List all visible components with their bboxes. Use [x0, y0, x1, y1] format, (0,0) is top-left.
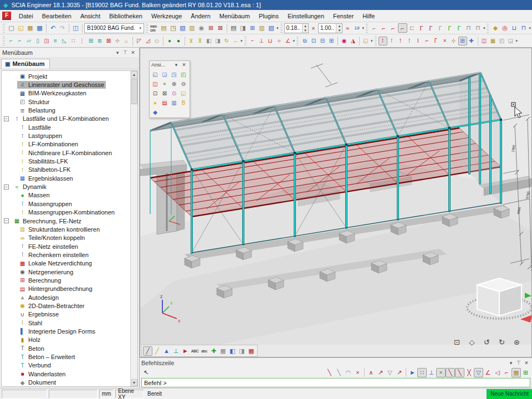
- toolbar-grip[interactable]: [296, 37, 299, 45]
- tree-item-ergebnisse[interactable]: ∪Ergebnisse: [2, 310, 130, 319]
- tree-item-stahlbeton-lfk[interactable]: ⊺Stahlbeton-LFK: [2, 166, 130, 174]
- nav-orbit-up-icon[interactable]: ↻: [497, 337, 507, 347]
- dim-abc-icon[interactable]: abc: [200, 346, 209, 356]
- label-abc-icon[interactable]: ABC: [190, 346, 200, 356]
- project-window-icon[interactable]: ◫: [71, 23, 80, 33]
- zoom-out-icon[interactable]: ⊖: [179, 79, 188, 88]
- scroll-up-icon[interactable]: ▲: [131, 71, 137, 78]
- tree-item-wanderlasten[interactable]: ■Wanderlasten: [2, 370, 130, 378]
- redo-icon[interactable]: ↷: [58, 23, 67, 33]
- spin-down-icon[interactable]: ▼: [336, 28, 342, 33]
- tree-item-nichtlineare-lf-kombinationen[interactable]: ⊺Nichtlineare LF-Kombinationen: [2, 149, 130, 157]
- cross-section-icon-1[interactable]: ⌐: [370, 23, 379, 33]
- load-view-icon[interactable]: ▥: [170, 98, 178, 107]
- cross-section-icon-6[interactable]: Γ: [417, 23, 426, 33]
- undo-icon[interactable]: ↶: [48, 23, 58, 33]
- snap-length-icon[interactable]: ⌐: [502, 368, 511, 377]
- section-check-icon[interactable]: ◰: [498, 37, 507, 45]
- scroll-down-icon[interactable]: ▼: [131, 379, 137, 386]
- chevron-down-icon[interactable]: ▾: [139, 26, 141, 30]
- tree-item-lastgruppen[interactable]: ⊺Lastgruppen: [2, 131, 130, 140]
- project-select[interactable]: B19002 BAG Fund.▾: [84, 23, 144, 33]
- cross-section-icon-11[interactable]: ⊓: [464, 23, 473, 33]
- tree-item-berechnung-fe-netz[interactable]: −▦Berechnung, FE-Netz: [2, 217, 130, 225]
- snap-inter-icon[interactable]: ×: [436, 368, 446, 377]
- mesh-setup-icon[interactable]: ◉: [197, 23, 206, 33]
- nav-orbit-down-icon[interactable]: ↺: [482, 337, 492, 347]
- paste-props-icon[interactable]: ⊞: [327, 37, 336, 45]
- command-input[interactable]: Befehl >: [141, 378, 530, 387]
- menu-bearbeiten[interactable]: Bearbeiten: [38, 12, 76, 21]
- nav-settings-gear-icon[interactable]: ⊛: [512, 337, 521, 347]
- tree-item-lastfaelle[interactable]: ⊺Lastfälle: [2, 123, 130, 131]
- view-front-icon[interactable]: ◲: [160, 70, 169, 79]
- toolbar-grip[interactable]: [3, 24, 5, 33]
- render-wire-icon[interactable]: ╱: [143, 346, 152, 356]
- polyline-tool-icon[interactable]: ⊥: [257, 37, 266, 45]
- show-axes-icon[interactable]: ✚: [209, 346, 218, 356]
- snap-arc-icon[interactable]: ◠: [344, 368, 353, 377]
- toolbar-grip[interactable]: [146, 24, 148, 33]
- snap-edge-icon[interactable]: ╲: [455, 368, 464, 377]
- tree-collapse-icon[interactable]: −: [4, 218, 9, 223]
- layers-icon[interactable]: ▤: [159, 23, 168, 33]
- cross-section-icon-9[interactable]: Γ: [445, 23, 454, 33]
- menu-werkzeuge[interactable]: Werkzeuge: [147, 12, 186, 21]
- snap-node-icon[interactable]: ╲: [446, 368, 455, 377]
- nav-cube-icon[interactable]: ◇: [467, 337, 477, 347]
- menu-ndern[interactable]: Ändern: [186, 12, 214, 21]
- result-display-icon[interactable]: ◫: [480, 37, 489, 45]
- tree-item-projekt[interactable]: ▣Projekt: [2, 72, 130, 80]
- tree-item-beton[interactable]: TBeton: [2, 344, 130, 352]
- chevron-down-icon[interactable]: ▾: [241, 39, 243, 43]
- moment-load-icon[interactable]: ⊺: [396, 37, 405, 45]
- activities-icon[interactable]: ◳: [168, 23, 178, 33]
- clipboard-icon[interactable]: ▥: [187, 23, 197, 33]
- snap-midpoint-icon[interactable]: ↗: [376, 368, 385, 377]
- view-axo-icon[interactable]: ◰: [179, 70, 188, 79]
- print-area-icon[interactable]: ◱: [179, 89, 188, 98]
- tree-item-beton-erweitert[interactable]: TBeton – Erweitert: [2, 352, 130, 361]
- command-menu-icon[interactable]: ▾: [507, 360, 515, 366]
- node-icon[interactable]: ∷: [69, 37, 78, 45]
- clipping-box-icon[interactable]: ◫: [151, 79, 160, 88]
- view-eye-icon[interactable]: ◉: [340, 37, 349, 45]
- tree-item-netzgenerierung[interactable]: ◉Netzgenerierung: [2, 268, 130, 276]
- snap-cursor-icon[interactable]: ►: [408, 368, 417, 377]
- tree-item-dokument[interactable]: ◆Dokument: [2, 378, 130, 386]
- tree-item-struktur[interactable]: ◰Struktur: [2, 98, 130, 106]
- tree-item-lf-kombinationen[interactable]: ⊺LF-Kombinationen: [2, 140, 130, 149]
- tree-item-stahl[interactable]: IStahl: [2, 319, 130, 327]
- paste-content-icon[interactable]: ⊡: [309, 37, 318, 45]
- snap-angle-icon[interactable]: ∠: [483, 368, 493, 377]
- snap-tangent-icon[interactable]: ↗: [395, 368, 404, 377]
- named-selection-icon[interactable]: ▧: [178, 23, 187, 33]
- zoom-window-icon[interactable]: ⊡: [151, 89, 160, 98]
- print-icon[interactable]: ▤: [229, 23, 238, 33]
- picture-gallery-icon[interactable]: ▧: [267, 23, 276, 33]
- snap-mid2-icon[interactable]: ▽: [474, 368, 483, 377]
- snap-table-icon[interactable]: ⊞: [521, 368, 530, 377]
- save-project-icon[interactable]: ▦: [25, 23, 35, 33]
- point-load-icon[interactable]: ⊺: [378, 37, 387, 45]
- menu-menbaum[interactable]: Menübaum: [215, 12, 254, 21]
- palette-menu-icon[interactable]: ▾: [172, 62, 180, 68]
- internal-node-icon[interactable]: ⋮: [78, 37, 86, 45]
- fast-render-icon[interactable]: ◧: [228, 346, 237, 356]
- chevron-down-icon[interactable]: ▾: [529, 26, 531, 30]
- toolbar-grip[interactable]: [244, 37, 247, 45]
- predef-load-icon[interactable]: ⌐: [423, 37, 432, 45]
- tree-scrollbar[interactable]: ▲ ▼: [130, 71, 137, 386]
- snap-perp-icon[interactable]: ▽: [385, 368, 395, 377]
- show-grid-icon[interactable]: ▦: [247, 346, 256, 356]
- tree-item-stabilitaets-lfk[interactable]: ⊺Stabilitäts-LFK: [2, 157, 130, 165]
- new-project-icon[interactable]: ▢: [7, 23, 16, 33]
- view-side-icon[interactable]: ◳: [170, 70, 178, 79]
- panel-pin-icon[interactable]: ⊤: [121, 50, 129, 55]
- tab-menubaum[interactable]: ▣ Menübaum: [1, 59, 50, 69]
- print-preview-icon[interactable]: ◨: [238, 23, 248, 33]
- cross-section-icon-10[interactable]: Γ: [454, 23, 464, 33]
- opening-icon[interactable]: ◳: [42, 37, 51, 45]
- multicopy-icon[interactable]: ⊼: [196, 37, 204, 45]
- workplane-icon[interactable]: ◮: [349, 37, 357, 45]
